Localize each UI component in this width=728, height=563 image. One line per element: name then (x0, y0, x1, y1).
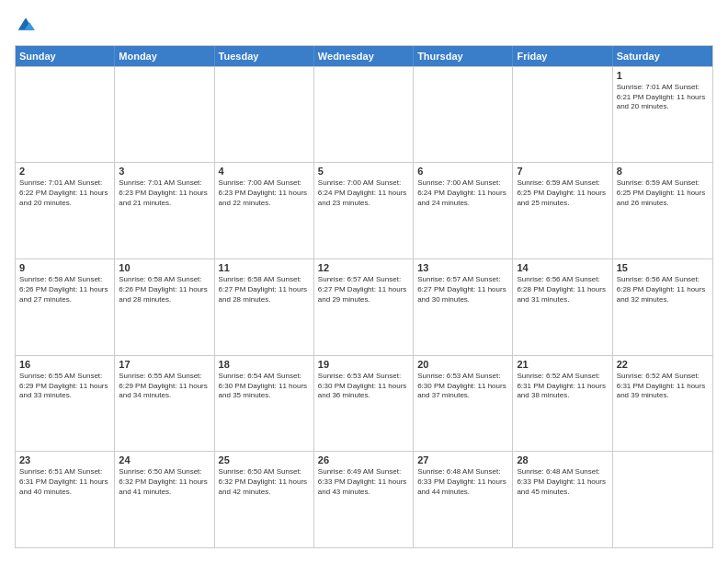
calendar-cell: 19Sunrise: 6:53 AM Sunset: 6:30 PM Dayli… (314, 356, 414, 452)
day-info: Sunrise: 6:57 AM Sunset: 6:27 PM Dayligh… (318, 275, 409, 304)
calendar-row: 23Sunrise: 6:51 AM Sunset: 6:31 PM Dayli… (16, 451, 712, 547)
calendar-cell: 27Sunrise: 6:48 AM Sunset: 6:33 PM Dayli… (414, 452, 513, 547)
day-number: 14 (517, 262, 608, 273)
calendar-cell: 11Sunrise: 6:58 AM Sunset: 6:27 PM Dayli… (215, 259, 314, 355)
calendar: SundayMondayTuesdayWednesdayThursdayFrid… (15, 45, 713, 548)
day-info: Sunrise: 6:55 AM Sunset: 6:29 PM Dayligh… (119, 372, 210, 401)
calendar-cell: 4Sunrise: 7:00 AM Sunset: 6:23 PM Daylig… (215, 163, 314, 259)
day-number: 11 (219, 262, 310, 273)
day-number: 24 (119, 454, 210, 465)
day-number: 3 (119, 166, 210, 177)
calendar-cell: 20Sunrise: 6:53 AM Sunset: 6:30 PM Dayli… (414, 356, 513, 452)
calendar-cell: 24Sunrise: 6:50 AM Sunset: 6:32 PM Dayli… (115, 452, 214, 547)
day-number: 7 (517, 166, 608, 177)
calendar-cell: 2Sunrise: 7:01 AM Sunset: 6:22 PM Daylig… (16, 163, 115, 259)
day-info: Sunrise: 6:54 AM Sunset: 6:30 PM Dayligh… (219, 372, 310, 401)
day-info: Sunrise: 6:50 AM Sunset: 6:32 PM Dayligh… (119, 467, 210, 497)
calendar-cell: 12Sunrise: 6:57 AM Sunset: 6:27 PM Dayli… (314, 259, 414, 355)
calendar-cell (215, 67, 314, 163)
day-number: 16 (19, 359, 110, 370)
calendar-cell: 23Sunrise: 6:51 AM Sunset: 6:31 PM Dayli… (16, 452, 115, 547)
calendar-cell (314, 67, 414, 163)
page: SundayMondayTuesdayWednesdayThursdayFrid… (0, 0, 728, 563)
calendar-cell: 3Sunrise: 7:01 AM Sunset: 6:23 PM Daylig… (115, 163, 214, 259)
calendar-cell: 6Sunrise: 7:00 AM Sunset: 6:24 PM Daylig… (414, 163, 513, 259)
logo-icon (17, 15, 35, 33)
day-info: Sunrise: 6:52 AM Sunset: 6:31 PM Dayligh… (617, 372, 709, 401)
calendar-cell (16, 67, 115, 163)
day-number: 26 (318, 454, 409, 465)
day-info: Sunrise: 6:57 AM Sunset: 6:27 PM Dayligh… (417, 275, 508, 304)
day-number: 20 (417, 359, 508, 370)
day-number: 23 (19, 454, 110, 465)
day-info: Sunrise: 6:53 AM Sunset: 6:30 PM Dayligh… (318, 372, 409, 401)
day-info: Sunrise: 6:59 AM Sunset: 6:25 PM Dayligh… (617, 178, 709, 208)
calendar-header: SundayMondayTuesdayWednesdayThursdayFrid… (16, 46, 712, 66)
day-info: Sunrise: 6:58 AM Sunset: 6:27 PM Dayligh… (219, 275, 310, 304)
day-number: 15 (617, 262, 709, 273)
calendar-row: 16Sunrise: 6:55 AM Sunset: 6:29 PM Dayli… (16, 355, 712, 452)
day-number: 19 (318, 359, 409, 370)
day-number: 6 (417, 166, 508, 177)
day-number: 8 (617, 166, 709, 177)
day-info: Sunrise: 6:59 AM Sunset: 6:25 PM Dayligh… (517, 178, 608, 208)
calendar-cell: 7Sunrise: 6:59 AM Sunset: 6:25 PM Daylig… (513, 163, 612, 259)
day-number: 2 (19, 166, 110, 177)
day-info: Sunrise: 6:56 AM Sunset: 6:28 PM Dayligh… (617, 275, 709, 304)
calendar-cell: 21Sunrise: 6:52 AM Sunset: 6:31 PM Dayli… (513, 356, 612, 452)
day-info: Sunrise: 6:55 AM Sunset: 6:29 PM Dayligh… (19, 372, 110, 401)
day-number: 18 (219, 359, 310, 370)
day-number: 9 (19, 262, 110, 273)
calendar-cell: 9Sunrise: 6:58 AM Sunset: 6:26 PM Daylig… (16, 259, 115, 355)
logo (15, 15, 35, 36)
day-number: 28 (517, 454, 608, 465)
header (15, 15, 713, 36)
weekday-header: Sunday (16, 46, 115, 66)
day-info: Sunrise: 6:53 AM Sunset: 6:30 PM Dayligh… (417, 372, 508, 401)
weekday-header: Monday (115, 46, 214, 66)
weekday-header: Tuesday (215, 46, 314, 66)
day-number: 10 (119, 262, 210, 273)
calendar-cell: 25Sunrise: 6:50 AM Sunset: 6:32 PM Dayli… (215, 452, 314, 547)
day-number: 27 (417, 454, 508, 465)
calendar-row: 1Sunrise: 7:01 AM Sunset: 6:21 PM Daylig… (16, 66, 712, 163)
day-number: 22 (617, 359, 709, 370)
calendar-cell: 14Sunrise: 6:56 AM Sunset: 6:28 PM Dayli… (513, 259, 612, 355)
calendar-cell: 15Sunrise: 6:56 AM Sunset: 6:28 PM Dayli… (613, 259, 712, 355)
weekday-header: Thursday (414, 46, 513, 66)
day-number: 25 (219, 454, 310, 465)
calendar-cell: 26Sunrise: 6:49 AM Sunset: 6:33 PM Dayli… (314, 452, 414, 547)
day-info: Sunrise: 7:01 AM Sunset: 6:21 PM Dayligh… (617, 83, 709, 112)
calendar-cell (513, 67, 612, 163)
day-info: Sunrise: 7:00 AM Sunset: 6:24 PM Dayligh… (318, 178, 409, 208)
day-number: 4 (219, 166, 310, 177)
day-number: 17 (119, 359, 210, 370)
calendar-cell (414, 67, 513, 163)
calendar-cell: 10Sunrise: 6:58 AM Sunset: 6:26 PM Dayli… (115, 259, 214, 355)
day-info: Sunrise: 6:49 AM Sunset: 6:33 PM Dayligh… (318, 467, 409, 497)
calendar-cell (115, 67, 214, 163)
calendar-cell: 5Sunrise: 7:00 AM Sunset: 6:24 PM Daylig… (314, 163, 414, 259)
calendar-cell: 13Sunrise: 6:57 AM Sunset: 6:27 PM Dayli… (414, 259, 513, 355)
day-info: Sunrise: 6:52 AM Sunset: 6:31 PM Dayligh… (517, 372, 608, 401)
weekday-header: Wednesday (314, 46, 414, 66)
calendar-cell: 1Sunrise: 7:01 AM Sunset: 6:21 PM Daylig… (613, 67, 712, 163)
calendar-cell: 16Sunrise: 6:55 AM Sunset: 6:29 PM Dayli… (16, 356, 115, 452)
calendar-body: 1Sunrise: 7:01 AM Sunset: 6:21 PM Daylig… (16, 66, 712, 547)
calendar-cell: 17Sunrise: 6:55 AM Sunset: 6:29 PM Dayli… (115, 356, 214, 452)
day-info: Sunrise: 6:48 AM Sunset: 6:33 PM Dayligh… (517, 467, 608, 497)
day-info: Sunrise: 6:50 AM Sunset: 6:32 PM Dayligh… (219, 467, 310, 497)
weekday-header: Friday (513, 46, 612, 66)
day-info: Sunrise: 6:56 AM Sunset: 6:28 PM Dayligh… (517, 275, 608, 304)
day-number: 21 (517, 359, 608, 370)
day-info: Sunrise: 6:48 AM Sunset: 6:33 PM Dayligh… (417, 467, 508, 497)
day-info: Sunrise: 7:00 AM Sunset: 6:24 PM Dayligh… (417, 178, 508, 208)
calendar-cell: 8Sunrise: 6:59 AM Sunset: 6:25 PM Daylig… (613, 163, 712, 259)
calendar-row: 2Sunrise: 7:01 AM Sunset: 6:22 PM Daylig… (16, 162, 712, 259)
day-number: 13 (417, 262, 508, 273)
day-info: Sunrise: 6:58 AM Sunset: 6:26 PM Dayligh… (119, 275, 210, 304)
calendar-cell: 28Sunrise: 6:48 AM Sunset: 6:33 PM Dayli… (513, 452, 612, 547)
calendar-cell: 22Sunrise: 6:52 AM Sunset: 6:31 PM Dayli… (613, 356, 712, 452)
day-info: Sunrise: 7:00 AM Sunset: 6:23 PM Dayligh… (219, 178, 310, 208)
calendar-cell: 18Sunrise: 6:54 AM Sunset: 6:30 PM Dayli… (215, 356, 314, 452)
